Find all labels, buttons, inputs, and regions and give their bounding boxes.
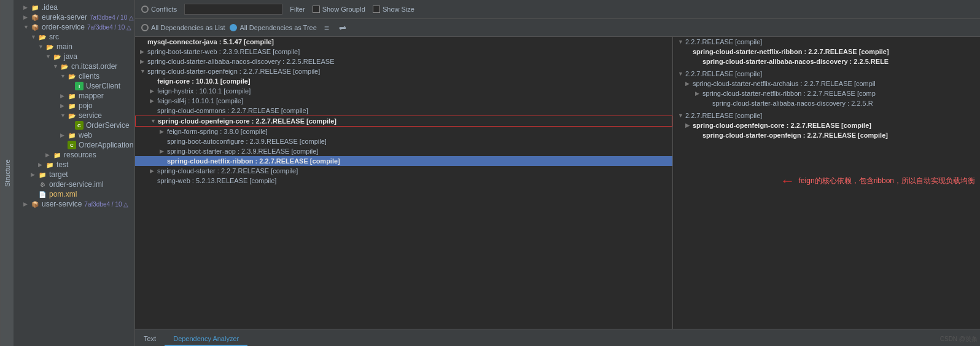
- tree-arrow: ▶: [31, 171, 38, 178]
- tree-item-label: .idea: [42, 3, 58, 12]
- tree-arrow: ▶: [38, 162, 45, 168]
- dep-right-item[interactable]: ▶ spring-cloud-starter-netflix-archaius …: [673, 79, 980, 88]
- folder-icon: 📁: [53, 151, 61, 159]
- dep-item[interactable]: ▶ spring-cloud-starter-alibaba-nacos-dis…: [135, 57, 672, 66]
- dep-arrow-spacer: [150, 78, 157, 84]
- class-icon: C: [75, 121, 84, 130]
- dep-item[interactable]: ▶ spring-boot-starter-aop : 2.3.9.RELEAS…: [135, 146, 672, 156]
- dep-item-ribbon[interactable]: spring-cloud-netflix-ribbon : 2.2.7.RELE…: [135, 156, 672, 166]
- tab-text[interactable]: Text: [135, 332, 165, 346]
- dep-toolbar-row1: Conflicts Filter Show GroupId Show Size: [135, 0, 980, 19]
- tree-item-label: order-service.iml: [49, 180, 104, 189]
- tree-item-label: main: [56, 42, 72, 51]
- dep-item[interactable]: ▶ feign-form-spring : 3.8.0 [compile]: [135, 127, 672, 136]
- dep-name: spring-boot-starter-web : 2.3.9.RELEASE …: [147, 48, 300, 55]
- tree-item-resources[interactable]: ▶ 📁 resources: [14, 150, 134, 160]
- dep-name: spring-cloud-starter-netflix-ribbon : 2.…: [693, 48, 889, 55]
- structure-panel-label[interactable]: Structure: [0, 0, 14, 346]
- tree-item-user-service[interactable]: ▶ 📦 user-service 7af3dbe4 / 10 △: [14, 199, 134, 209]
- dep-right-item[interactable]: ▼ 2.2.7.RELEASE [compile]: [673, 111, 980, 120]
- dep-item[interactable]: mysql-connector-java : 5.1.47 [compile]: [135, 37, 672, 47]
- bottom-tabs: Text Dependency Analyzer: [135, 329, 980, 346]
- dep-name: 2.2.7.RELEASE [compile]: [685, 70, 762, 77]
- tree-item-label: mapper: [79, 92, 104, 100]
- dep-item[interactable]: spring-boot-autoconfigure : 2.3.9.RELEAS…: [135, 136, 672, 146]
- folder-icon: 📁: [68, 101, 76, 110]
- tree-item-idea[interactable]: ▶ 📁 .idea: [14, 2, 134, 12]
- tree-item-target[interactable]: ▶ 📁 target: [14, 170, 134, 179]
- tree-item-eureka[interactable]: ▶ 📦 eureka-server 7af3dbe4 / 10 △: [14, 12, 134, 22]
- tab-dependency-analyzer[interactable]: Dependency Analyzer: [165, 332, 247, 346]
- dep-right-item[interactable]: ▶ spring-cloud-starter-netflix-ribbon : …: [673, 88, 980, 98]
- conflicts-radio[interactable]: [141, 6, 149, 13]
- dep-right-item[interactable]: spring-cloud-starter-openfeign : 2.2.7.R…: [673, 130, 980, 140]
- dep-right-item[interactable]: spring-cloud-starter-netflix-ribbon : 2.…: [673, 47, 980, 57]
- tree-radio-group: All Dependencies as Tree: [230, 24, 316, 31]
- tree-item-src[interactable]: ▼ 📂 src: [14, 32, 134, 42]
- dep-item[interactable]: ▶ feign-slf4j : 10.10.1 [compile]: [135, 96, 672, 106]
- show-size-checkbox[interactable]: [373, 6, 380, 13]
- dep-name: 2.2.7.RELEASE [compile]: [685, 112, 762, 119]
- conflicts-label[interactable]: Conflicts: [151, 6, 177, 13]
- dep-right-item[interactable]: ▼ 2.2.7.RELEASE [compile]: [673, 37, 980, 47]
- list-radio[interactable]: [141, 24, 149, 31]
- dep-item[interactable]: spring-cloud-commons : 2.2.7.RELEASE [co…: [135, 106, 672, 116]
- tree-arrow: ▼: [60, 112, 68, 119]
- filter-label: Filter: [290, 6, 305, 13]
- tree-item-java[interactable]: ▼ 📂 java: [14, 52, 134, 61]
- dep-arrow-spacer: [160, 158, 167, 164]
- tree-item-pojo[interactable]: ▶ 📁 pojo: [14, 101, 134, 111]
- dep-name: spring-cloud-starter-openfeign : 2.2.7.R…: [147, 68, 320, 75]
- dep-arrow: ▶: [685, 122, 693, 128]
- list-radio-label[interactable]: All Dependencies as List: [151, 24, 225, 31]
- xml-icon: 📄: [38, 190, 47, 199]
- interface-icon: I: [75, 82, 84, 90]
- tree-item-orderapplication[interactable]: C OrderApplication: [14, 140, 134, 150]
- module-icon: 📦: [31, 13, 39, 22]
- tree-item-order-service[interactable]: ▼ 📦 order-service 7af3dbe4 / 10 △: [14, 22, 134, 32]
- dep-item[interactable]: ▶ spring-boot-starter-web : 2.3.9.RELEAS…: [135, 47, 672, 57]
- tree-item-main[interactable]: ▼ 📂 main: [14, 42, 134, 52]
- dep-item[interactable]: ▼ spring-cloud-starter-openfeign : 2.2.7…: [135, 66, 672, 76]
- annotation-text: feign的核心依赖，包含ribbon，所以自动实现负载均衡: [799, 176, 975, 186]
- list-radio-group: All Dependencies as List: [141, 24, 225, 31]
- tree-arrow: ▶: [23, 201, 31, 207]
- tree-item-clients[interactable]: ▼ 📂 clients: [14, 71, 134, 81]
- dep-right-item[interactable]: ▶ spring-cloud-openfeign-core : 2.2.7.RE…: [673, 120, 980, 130]
- dep-item[interactable]: ▶ feign-hystrix : 10.10.1 [compile]: [135, 86, 672, 96]
- tree-radio[interactable]: [230, 24, 237, 31]
- tree-item-label: target: [49, 170, 68, 179]
- dep-item[interactable]: ▶ spring-cloud-starter : 2.2.7.RELEASE […: [135, 166, 672, 176]
- tree-item-cn-itcast-order[interactable]: ▼ 📂 cn.itcast.order: [14, 61, 134, 71]
- expand-all-button[interactable]: ≡: [322, 22, 332, 34]
- dep-arrow-spacer: [150, 108, 157, 114]
- dep-arrow: ▶: [140, 58, 147, 65]
- tree-item-mapper[interactable]: ▶ 📁 mapper: [14, 91, 134, 101]
- dep-item[interactable]: feign-core : 10.10.1 [compile]: [135, 76, 672, 86]
- tree-arrow: ▼: [38, 44, 45, 50]
- tree-item-test[interactable]: ▶ 📁 test: [14, 160, 134, 170]
- tree-item-orderservice[interactable]: C OrderService: [14, 120, 134, 130]
- tree-arrow: ▼: [31, 34, 38, 40]
- show-groupid-label[interactable]: Show GroupId: [322, 6, 365, 13]
- dep-arrow-spacer: [150, 178, 157, 184]
- tree-item-pom[interactable]: 📄 pom.xml: [14, 189, 134, 199]
- show-size-label[interactable]: Show Size: [383, 6, 414, 13]
- dep-right-item[interactable]: ▼ 2.2.7.RELEASE [compile]: [673, 69, 980, 79]
- search-input[interactable]: [184, 4, 282, 15]
- collapse-all-button[interactable]: ⇌: [336, 22, 349, 34]
- dep-item-openfeign-core[interactable]: ▼ spring-cloud-openfeign-core : 2.2.7.RE…: [135, 116, 672, 127]
- dep-arrow-spacer: [685, 49, 693, 55]
- tree-radio-label[interactable]: All Dependencies as Tree: [239, 24, 316, 31]
- tree-item-service[interactable]: ▼ 📂 service: [14, 111, 134, 120]
- tree-item-userclient[interactable]: I UserClient: [14, 81, 134, 91]
- show-groupid-checkbox[interactable]: [313, 6, 320, 13]
- tree-item-web[interactable]: ▶ 📁 web: [14, 130, 134, 140]
- dep-right-item[interactable]: spring-cloud-starter-alibaba-nacos-disco…: [673, 98, 980, 108]
- dep-right-item[interactable]: spring-cloud-starter-alibaba-nacos-disco…: [673, 57, 980, 66]
- tree-item-iml[interactable]: ⚙ order-service.iml: [14, 179, 134, 189]
- dep-name: spring-cloud-starter-alibaba-nacos-disco…: [147, 58, 334, 65]
- dep-name: feign-form-spring : 3.8.0 [compile]: [167, 128, 268, 135]
- dep-item[interactable]: spring-web : 5.2.13.RELEASE [compile]: [135, 176, 672, 186]
- dep-name: spring-boot-starter-aop : 2.3.9.RELEASE …: [167, 147, 318, 155]
